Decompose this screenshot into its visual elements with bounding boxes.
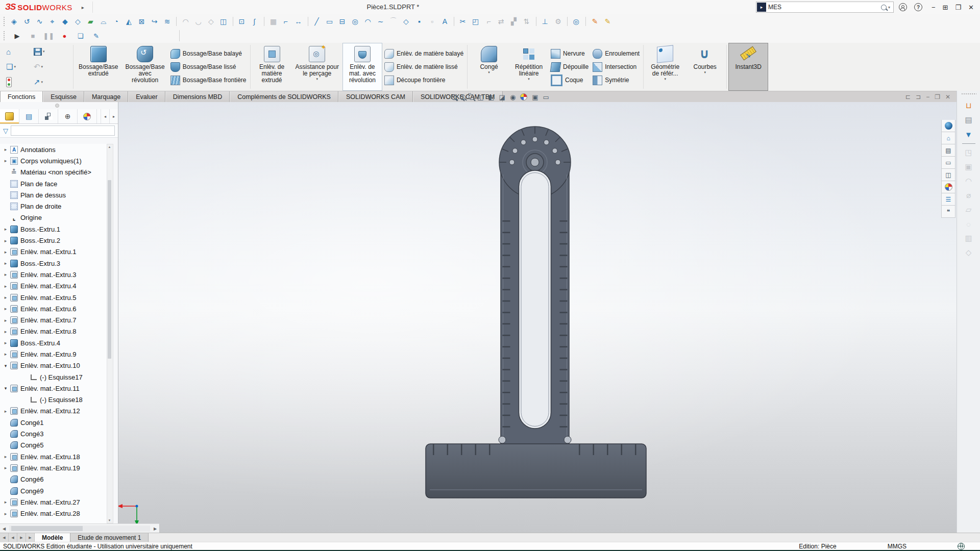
tab-nav-button[interactable]: ▶ — [17, 533, 26, 542]
ribbon-tab[interactable]: Compléments de SOLIDWORKS — [230, 91, 338, 103]
task-pane-tab[interactable]: ⌂ — [941, 132, 955, 144]
ribbon-tab[interactable]: Fonctions — [0, 91, 43, 103]
doc-window-button[interactable]: ⊏ — [905, 93, 911, 101]
doc-window-button[interactable]: ✕ — [945, 93, 950, 101]
toolbar-icon[interactable] — [454, 17, 454, 26]
tab-scroll-left-icon[interactable]: ◂ — [101, 109, 109, 123]
cut-extrude-button[interactable]: Enlèv. de matière extrudé — [252, 43, 292, 91]
task-pane-tab[interactable]: ▤ — [941, 144, 955, 157]
view-tool-button[interactable]: ◪ — [499, 93, 507, 101]
save-dropdown-icon[interactable]: ▾ — [43, 49, 45, 54]
tree-scrollbar[interactable]: ▲ ▼ — [107, 144, 113, 523]
ribbon-tab[interactable]: SOLIDWORKS CAM — [338, 91, 413, 103]
instant3d-button[interactable]: Instant3D — [728, 43, 768, 91]
task-pane-tab[interactable]: ◫ — [941, 169, 955, 181]
hole-wizard-button[interactable]: Assistance pour le perçage ▾ — [292, 43, 342, 91]
toolbar-icon[interactable] — [233, 17, 233, 26]
save-button[interactable]: ▾ — [34, 48, 45, 56]
toolbar-icon[interactable]: ╱ — [311, 16, 324, 27]
flyout-arrow-icon[interactable]: ▾ — [528, 77, 530, 81]
toolbar-icon[interactable] — [585, 17, 586, 26]
view-tool-button[interactable]: ▭ — [543, 93, 551, 101]
tree-item[interactable]: Congé9 — [0, 485, 107, 496]
expand-arrow-icon[interactable] — [2, 238, 9, 243]
toolbar-icon[interactable]: ◰ — [470, 16, 482, 27]
tree-item[interactable]: Enlèv. mat.-Extru.9 — [0, 348, 107, 360]
tree-item[interactable]: Plan de face — [0, 178, 107, 189]
account-button[interactable] — [897, 1, 909, 13]
toolbar-icon[interactable]: ▰ — [84, 16, 97, 27]
toolbar-icon[interactable] — [536, 17, 536, 26]
task-pane-tab[interactable]: ❝ — [941, 206, 955, 218]
toolbar-icon[interactable] — [567, 17, 568, 26]
toolbar-icon[interactable]: ↺ — [20, 16, 33, 27]
toolbar-icon[interactable]: ◭ — [122, 16, 135, 27]
toolbar-icon[interactable]: ◇ — [71, 16, 84, 27]
strip-drag-handle[interactable] — [961, 93, 976, 95]
toolbar-icon[interactable]: ≋ — [161, 16, 174, 27]
tree-item[interactable]: Enlèv. mat.-Extru.18 — [0, 451, 107, 462]
window-control-button[interactable]: ⊞ — [943, 4, 948, 11]
toolbar-icon[interactable]: ⇄ — [495, 16, 508, 27]
shortcut-icon[interactable]: ◳ — [965, 145, 972, 160]
expand-arrow-icon[interactable] — [2, 454, 9, 459]
expand-arrow-icon[interactable] — [2, 465, 9, 470]
toolbar-icon[interactable]: ▦ — [267, 16, 280, 27]
panel-splitter[interactable] — [0, 102, 118, 109]
shortcut-icon[interactable]: ▱ — [966, 203, 972, 217]
tree-item[interactable]: Boss.-Extru.3 — [0, 258, 107, 269]
ribbon-stack-button[interactable]: Bossage/Base lissé — [170, 61, 247, 73]
toolbar-icon[interactable]: ◎ — [349, 16, 362, 27]
tab-nav-button[interactable]: ◀ — [0, 533, 9, 542]
macro-button[interactable]: ✎ — [90, 30, 103, 41]
toolbar-icon[interactable]: ▪ — [413, 16, 426, 27]
export-dropdown-icon[interactable]: ▾ — [41, 80, 43, 84]
scroll-left-icon[interactable]: ◀ — [0, 527, 8, 531]
new-document-button[interactable]: ❏▾ — [6, 62, 16, 71]
ribbon-stack-button[interactable]: Intersection — [593, 61, 640, 73]
toolbar-icon[interactable]: ⌐ — [280, 16, 292, 27]
toolbar-icon[interactable]: ◠ — [179, 16, 192, 27]
tree-item[interactable]: Enlèv. mat.-Extru.1 — [0, 246, 107, 258]
expand-arrow-icon[interactable] — [2, 329, 9, 334]
units-selector[interactable]: MMGS — [888, 543, 906, 550]
solidworks-logo[interactable]: ЗS SOLIDWORKS ▸ — [0, 0, 98, 14]
view-tool-button[interactable]: ▣ — [532, 93, 540, 101]
tree-item[interactable]: Matériau <non spécifié> — [0, 167, 107, 178]
window-control-button[interactable]: − — [932, 4, 936, 11]
shortcut-icon[interactable]: ◇ — [966, 245, 972, 260]
export-button[interactable]: ↗▾ — [34, 78, 43, 87]
tree-item[interactable]: Enlèv. mat.-Extru.5 — [0, 292, 107, 303]
expand-arrow-icon[interactable] — [2, 306, 9, 311]
tree-item[interactable]: Enlèv. mat.-Extru.28 — [0, 508, 107, 519]
flyout-arrow-icon[interactable]: ▾ — [664, 77, 666, 81]
ribbon-stack-button[interactable]: Bossage/Base balayé — [170, 47, 247, 60]
tab-featuremanager[interactable] — [0, 109, 19, 123]
tab-configurationmanager[interactable] — [39, 109, 58, 123]
macro-button[interactable]: ● — [58, 30, 71, 41]
tree-filter-input[interactable] — [11, 126, 115, 136]
toolbar-icon[interactable]: ◎ — [570, 16, 583, 27]
macro-button[interactable]: ▶ — [11, 30, 23, 41]
expand-arrow-icon[interactable] — [2, 352, 9, 357]
shortcut-icon[interactable]: ▼ — [965, 127, 972, 141]
expand-arrow-icon[interactable] — [2, 249, 9, 255]
macro-button[interactable]: ❚❚ — [42, 30, 55, 41]
shortcut-icon[interactable]: ⊔ — [966, 98, 972, 113]
reference-geometry-button[interactable]: Géométrie de référ... ▾ — [645, 43, 685, 91]
tab-propertymanager[interactable]: ▤ — [19, 109, 39, 123]
view-tool-button[interactable] — [520, 93, 529, 101]
tree-item[interactable]: Boss.-Extru.2 — [0, 235, 107, 246]
ribbon-stack-button[interactable]: Dépouille — [551, 61, 589, 73]
view-tool-button[interactable] — [451, 94, 457, 100]
tree-item[interactable]: Boss.-Extru.4 — [0, 337, 107, 348]
search-dropdown-icon[interactable]: ▾ — [888, 5, 890, 10]
task-pane-tab[interactable] — [941, 120, 955, 132]
shortcut-icon[interactable]: ▤ — [965, 113, 972, 127]
toolbar-icon[interactable]: ⌖ — [46, 16, 59, 27]
ribbon-stack-button[interactable]: Nervure — [551, 47, 589, 60]
view-tool-button[interactable]: ◉ — [510, 93, 517, 101]
expand-arrow-icon[interactable] — [2, 158, 9, 163]
expand-arrow-icon[interactable] — [2, 511, 9, 516]
toolbar-icon[interactable]: A — [438, 16, 451, 27]
